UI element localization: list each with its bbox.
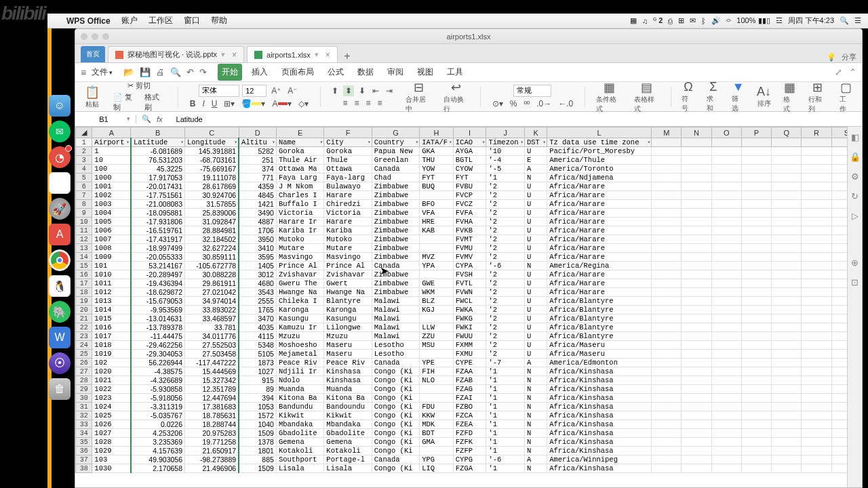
clock[interactable]: 周四 下午4:23 bbox=[788, 16, 834, 26]
cell[interactable]: 1022 bbox=[92, 385, 131, 394]
format-button[interactable]: ▦格式 bbox=[779, 80, 800, 114]
cell[interactable]: 2.170658 bbox=[131, 464, 185, 473]
cell[interactable]: Africa/Kinshasa bbox=[547, 394, 652, 403]
border-button[interactable]: ⊞▾ bbox=[222, 98, 237, 109]
cell[interactable]: -9.953569 bbox=[131, 306, 185, 314]
cell[interactable]: 1040 bbox=[239, 420, 276, 429]
cell[interactable] bbox=[711, 314, 741, 323]
row-number[interactable]: 8 bbox=[76, 200, 92, 209]
cell[interactable]: FXMU bbox=[453, 350, 486, 359]
cell[interactable]: 3012 bbox=[239, 270, 276, 279]
status-icon[interactable]: ♫ bbox=[642, 17, 648, 25]
cond-format-button[interactable]: ▦条件格式 bbox=[592, 80, 626, 114]
cell[interactable]: 27.503458 bbox=[185, 350, 239, 359]
cell[interactable]: Victoria bbox=[324, 209, 372, 218]
document-tab[interactable]: 探秘地图可视化 · 说说.pptx ▾ × bbox=[108, 46, 244, 62]
cell[interactable]: Charles I bbox=[276, 191, 323, 200]
dock-evernote[interactable]: 🐘 bbox=[49, 301, 71, 323]
cell[interactable]: U bbox=[524, 332, 547, 341]
cell[interactable]: FZFD bbox=[453, 429, 486, 438]
cell[interactable]: 1509 bbox=[239, 429, 276, 438]
underline-button[interactable]: U bbox=[210, 98, 220, 109]
cell[interactable]: U bbox=[524, 191, 547, 200]
cell[interactable]: Congo (Ki bbox=[372, 438, 419, 447]
new-tab-button[interactable]: + bbox=[340, 50, 354, 62]
cell[interactable] bbox=[741, 429, 771, 438]
cell[interactable]: Mutoko bbox=[324, 235, 372, 244]
cell[interactable]: THU bbox=[420, 156, 454, 165]
cell[interactable] bbox=[682, 394, 711, 403]
row-number[interactable]: 31 bbox=[76, 403, 92, 411]
panel-icon[interactable]: ⊡ bbox=[851, 277, 859, 287]
cell[interactable]: 3490 bbox=[239, 209, 276, 218]
italic-button[interactable]: I bbox=[200, 98, 206, 109]
cell[interactable] bbox=[802, 218, 831, 226]
cell[interactable] bbox=[682, 438, 711, 447]
cell[interactable] bbox=[652, 226, 682, 235]
merge-button[interactable]: ⊟合并居中 bbox=[401, 80, 435, 114]
cell[interactable]: Africa/Harare bbox=[547, 182, 652, 191]
cell[interactable]: Congo (Ki bbox=[372, 464, 419, 473]
cell[interactable]: Mbandaka bbox=[324, 420, 372, 429]
row-number[interactable]: 12 bbox=[76, 235, 92, 244]
cell[interactable]: 28.884981 bbox=[185, 226, 239, 235]
cell[interactable] bbox=[741, 182, 771, 191]
cell[interactable]: 251 bbox=[239, 156, 276, 165]
header-cell[interactable]: Longitude▾ bbox=[185, 138, 239, 147]
cell[interactable]: '1 bbox=[486, 438, 525, 447]
cell[interactable] bbox=[772, 191, 802, 200]
cell[interactable] bbox=[711, 447, 741, 455]
cell[interactable]: LLW bbox=[420, 323, 454, 332]
cell[interactable]: GKA bbox=[420, 147, 454, 156]
cell[interactable]: Africa/Kinshasa bbox=[547, 429, 652, 438]
cell[interactable]: Thule Air bbox=[276, 156, 323, 165]
header-cell[interactable]: City▾ bbox=[324, 138, 372, 147]
cell[interactable]: BUQ bbox=[420, 182, 454, 191]
cell[interactable]: BLZ bbox=[420, 297, 454, 306]
cell[interactable]: 1008 bbox=[92, 244, 131, 253]
cell[interactable] bbox=[802, 314, 831, 323]
status-icon[interactable]: ✉ bbox=[690, 16, 696, 25]
cell[interactable]: Ottawa bbox=[324, 165, 372, 174]
cell[interactable] bbox=[802, 182, 831, 191]
cell[interactable] bbox=[741, 156, 771, 165]
cell[interactable] bbox=[711, 332, 741, 341]
cell[interactable] bbox=[772, 394, 802, 403]
cell[interactable]: Masvingo bbox=[324, 253, 372, 262]
row-number[interactable]: 21 bbox=[76, 314, 92, 323]
cell[interactable] bbox=[802, 235, 831, 244]
status-g2[interactable]: ᴳ 2 bbox=[653, 16, 663, 25]
filter-dropdown-icon[interactable]: ▾ bbox=[234, 139, 237, 145]
cell[interactable] bbox=[772, 226, 802, 235]
cell[interactable] bbox=[682, 464, 711, 473]
cell[interactable]: Kikwit bbox=[324, 411, 372, 420]
cell[interactable]: FVHA bbox=[453, 218, 486, 226]
cell[interactable] bbox=[802, 226, 831, 235]
cell[interactable]: 5348 bbox=[239, 341, 276, 350]
cell[interactable]: -6.081689 bbox=[131, 147, 185, 156]
cell[interactable] bbox=[711, 174, 741, 182]
tab-home[interactable]: 首页 bbox=[81, 46, 105, 62]
cell[interactable]: '-6 bbox=[486, 455, 525, 464]
cell[interactable]: Malawi bbox=[372, 306, 419, 314]
cell[interactable]: 76.531203 bbox=[131, 156, 185, 165]
cell[interactable] bbox=[772, 306, 802, 314]
cell[interactable] bbox=[772, 385, 802, 394]
cell[interactable] bbox=[652, 288, 682, 297]
cell[interactable]: Muanda bbox=[276, 385, 323, 394]
column-header[interactable]: H bbox=[420, 127, 454, 138]
cell[interactable]: Africa/Kinshasa bbox=[547, 411, 652, 420]
cell[interactable]: -20.017431 bbox=[131, 182, 185, 191]
cell[interactable]: Lisala bbox=[276, 464, 323, 473]
cell[interactable]: Portage-l bbox=[324, 455, 372, 464]
cell[interactable]: YOW bbox=[420, 165, 454, 174]
cell[interactable] bbox=[802, 270, 831, 279]
cell[interactable] bbox=[802, 332, 831, 341]
cell[interactable] bbox=[682, 209, 711, 218]
cell[interactable] bbox=[772, 332, 802, 341]
cell[interactable]: Kariba bbox=[324, 226, 372, 235]
cell[interactable]: Congo (Ki bbox=[372, 367, 419, 376]
filter-dropdown-icon[interactable]: ▾ bbox=[126, 139, 130, 145]
cell[interactable]: Africa/Harare bbox=[547, 191, 652, 200]
name-box[interactable]: B1▾ bbox=[75, 115, 136, 123]
